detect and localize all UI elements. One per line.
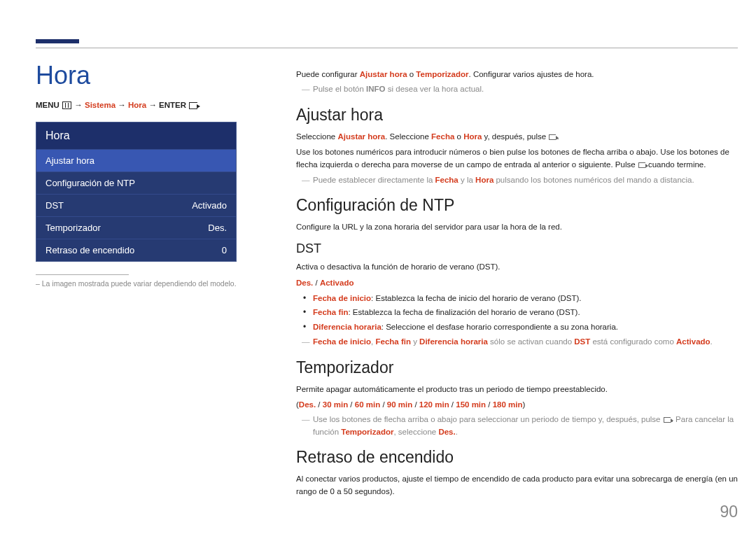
heading-ntp: Configuración de NTP — [296, 196, 738, 215]
osd-item-temporizador[interactable]: TemporizadorDes. — [36, 216, 236, 239]
menu-breadcrumb: MENU → Sistema → Hora → ENTER — [36, 101, 271, 109]
top-divider — [36, 48, 738, 48]
dst-text: Activa o desactiva la función de horario… — [296, 260, 738, 273]
enter-icon — [664, 417, 671, 423]
intro-note: Pulse el botón INFO si desea ver la hora… — [296, 83, 738, 95]
osd-item-ajustar-hora[interactable]: Ajustar hora — [36, 149, 236, 171]
intro-line: Puede configurar Ajustar hora o Temporiz… — [296, 69, 738, 80]
list-item: Fecha fin: Establezca la fecha de finali… — [313, 306, 738, 318]
dst-options: Des. / Activado — [296, 276, 738, 289]
menu-icon — [62, 101, 71, 109]
heading-retraso: Retraso de encendido — [296, 448, 738, 467]
list-item: Diferencia horaria: Seleccione el desfas… — [313, 321, 738, 333]
page-number: 90 — [720, 503, 738, 521]
dst-bullets: Fecha de inicio: Establezca la fecha de … — [296, 292, 738, 333]
dst-note: Fecha de inicio, Fecha fin y Diferencia … — [296, 336, 738, 348]
enter-icon — [638, 162, 645, 168]
temp-text: Permite apagar automáticamente el produc… — [296, 383, 738, 395]
enter-icon — [549, 134, 556, 140]
top-accent-bar — [36, 39, 79, 43]
heading-temporizador: Temporizador — [296, 358, 738, 377]
ajustar-para: Use los botones numéricos para introduci… — [296, 146, 738, 171]
ntp-text: Configure la URL y la zona horaria del s… — [296, 220, 738, 233]
osd-item-ntp[interactable]: Configuración de NTP — [36, 171, 236, 194]
footnote-text: – La imagen mostrada puede variar depend… — [36, 279, 271, 288]
osd-panel: Hora Ajustar hora Configuración de NTP D… — [36, 122, 237, 262]
page-title: Hora — [36, 63, 271, 88]
temp-options: (Des. / 30 min / 60 min / 90 min / 120 m… — [296, 398, 738, 411]
left-column: Hora MENU → Sistema → Hora → ENTER Hora … — [36, 63, 271, 501]
right-column: Puede configurar Ajustar hora o Temporiz… — [296, 63, 738, 501]
temp-note: Use los botones de flecha arriba o abajo… — [296, 414, 738, 438]
ajustar-note: Puede establecer directamente la Fecha y… — [296, 174, 738, 186]
heading-ajustar-hora: Ajustar hora — [296, 106, 738, 125]
footnote-divider — [36, 274, 129, 275]
heading-dst: DST — [296, 241, 738, 256]
osd-item-retraso[interactable]: Retraso de encendido0 — [36, 239, 236, 261]
osd-title: Hora — [36, 122, 236, 149]
osd-item-dst[interactable]: DSTActivado — [36, 194, 236, 216]
ajustar-line1: Seleccione Ajustar hora. Seleccione Fech… — [296, 130, 738, 143]
list-item: Fecha de inicio: Establezca la fecha de … — [313, 292, 738, 304]
retraso-text: Al conectar varios productos, ajuste el … — [296, 472, 738, 498]
enter-icon — [189, 102, 197, 109]
